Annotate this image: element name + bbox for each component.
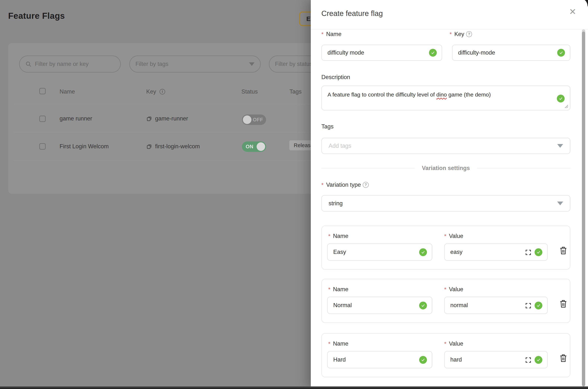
tags-placeholder: Add tags (329, 143, 351, 149)
valid-check-icon (419, 302, 427, 309)
chevron-down-icon (249, 62, 255, 66)
status-toggle[interactable]: ON (242, 141, 266, 152)
misspelled-word: dino (436, 92, 447, 97)
variation-name-input[interactable] (328, 352, 432, 368)
expand-icon[interactable] (525, 357, 532, 363)
row-checkbox[interactable] (39, 116, 46, 122)
description-textarea[interactable]: A feature flag to control the difficulty… (321, 86, 570, 110)
delete-variation-icon[interactable] (559, 246, 568, 255)
variation-card: *Name *Value (321, 279, 570, 323)
select-all-checkbox[interactable] (39, 88, 46, 94)
variation-type-select[interactable]: string (321, 195, 570, 212)
close-icon[interactable]: ✕ (569, 7, 576, 16)
required-asterisk: * (444, 341, 446, 347)
variation-value-input-wrap (444, 243, 548, 261)
name-input-wrap (321, 45, 442, 61)
tags-select[interactable]: Add tags (321, 138, 570, 154)
toggle-knob (257, 142, 265, 151)
key-input[interactable] (453, 45, 570, 60)
divider-line (477, 168, 570, 168)
variation-value-input-wrap (444, 351, 548, 368)
chevron-down-icon (557, 201, 563, 205)
name-label: * Name (321, 31, 341, 37)
column-header-status: Status (241, 87, 258, 96)
screen: Feature Flags En Filter by name or key F… (0, 0, 588, 389)
divider-text: Variation settings (422, 165, 470, 171)
scrollbar-thumb[interactable] (582, 32, 585, 387)
variation-value-input[interactable] (445, 244, 547, 260)
variation-type-value: string (329, 200, 343, 207)
variation-value-label: *Value (444, 286, 463, 293)
required-asterisk: * (328, 341, 331, 347)
variation-value-label: *Value (444, 233, 463, 239)
expand-icon[interactable] (525, 302, 532, 309)
valid-check-icon (419, 248, 427, 256)
variation-value-label: *Value (444, 340, 463, 347)
variation-value-input[interactable] (445, 352, 547, 368)
variation-name-input[interactable] (328, 244, 432, 260)
drawer-title: Create feature flag (321, 9, 383, 18)
divider-line (321, 168, 414, 168)
search-icon (25, 61, 31, 67)
chevron-down-icon (557, 144, 563, 148)
toggle-label: OFF (253, 115, 263, 125)
flag-name[interactable]: First Login Welcom (60, 142, 109, 151)
variation-name-label: *Name (328, 233, 348, 239)
filter-tags[interactable]: Filter by tags (129, 56, 261, 73)
toggle-label: ON (246, 141, 253, 152)
required-asterisk: * (321, 182, 324, 188)
valid-check-icon (419, 356, 427, 364)
required-asterisk: * (321, 31, 324, 37)
resize-handle[interactable] (564, 104, 568, 108)
filter-tags-placeholder: Filter by tags (135, 61, 246, 67)
delete-variation-icon[interactable] (559, 354, 568, 363)
description-text: game (the demo) (447, 92, 491, 97)
required-asterisk: * (444, 286, 446, 292)
variation-name-label: *Name (328, 286, 348, 293)
variation-settings-divider: Variation settings (321, 164, 570, 172)
info-icon[interactable]: i (159, 89, 165, 95)
expand-icon[interactable] (525, 249, 532, 256)
flag-key[interactable]: game-runner (155, 115, 188, 123)
variation-name-label: *Name (328, 340, 348, 347)
copy-icon[interactable] (146, 116, 152, 122)
name-input[interactable] (322, 45, 442, 60)
column-header-key: Key (146, 87, 156, 96)
key-input-wrap (452, 45, 570, 61)
variation-value-input[interactable] (445, 297, 547, 314)
row-checkbox[interactable] (39, 143, 46, 150)
variation-card: *Name *Value (321, 333, 570, 377)
bottom-bar (0, 387, 588, 389)
variation-type-label: * Variation type ? (321, 182, 369, 188)
flag-key[interactable]: first-login-welcom (155, 142, 200, 151)
tags-label: Tags (321, 123, 333, 130)
column-header-name: Name (60, 87, 75, 96)
help-icon[interactable]: ? (363, 182, 369, 188)
valid-check-icon (535, 302, 542, 309)
required-asterisk: * (450, 31, 452, 37)
valid-check-icon (535, 356, 542, 364)
key-label: * Key ? (450, 31, 472, 37)
toggle-knob (243, 115, 251, 124)
delete-variation-icon[interactable] (559, 299, 568, 308)
valid-check-icon (535, 248, 542, 256)
filter-name-or-key[interactable]: Filter by name or key (19, 56, 121, 73)
flag-name[interactable]: game runner (60, 115, 92, 123)
create-flag-drawer: Create feature flag ✕ * Name * Key ? (311, 0, 588, 389)
variation-name-input-wrap (327, 243, 432, 261)
valid-check-icon (557, 49, 565, 57)
column-header-tags: Tags (289, 87, 302, 96)
variation-card: *Name *Value (321, 226, 570, 270)
required-asterisk: * (328, 286, 331, 292)
required-asterisk: * (444, 233, 446, 239)
variation-value-input-wrap (444, 296, 548, 314)
page-title: Feature Flags (8, 11, 65, 21)
copy-icon[interactable] (146, 144, 152, 150)
filter-name-placeholder: Filter by name or key (35, 61, 115, 67)
required-asterisk: * (328, 233, 331, 239)
valid-check-icon (557, 95, 565, 102)
help-icon[interactable]: ? (466, 31, 472, 37)
variation-name-input[interactable] (328, 297, 432, 314)
variation-name-input-wrap (327, 296, 432, 314)
status-toggle[interactable]: OFF (242, 115, 266, 125)
